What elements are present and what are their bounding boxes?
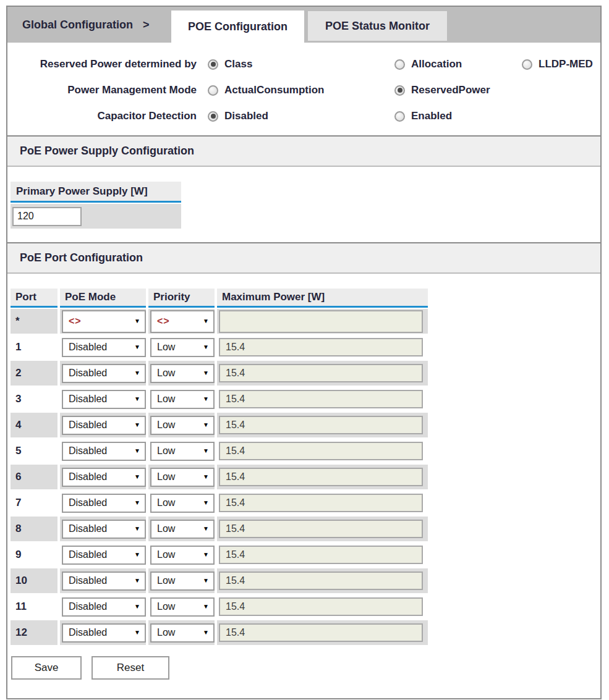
port-number: 8 — [11, 517, 57, 541]
radio-option-disabled[interactable]: Disabled — [197, 110, 383, 122]
radio-button-icon[interactable] — [394, 85, 405, 96]
column-header-poe-mode: PoE Mode — [60, 289, 146, 308]
radio-button-icon[interactable] — [522, 59, 532, 70]
tab-poe-configuration[interactable]: POE Configuration — [171, 11, 304, 43]
poe-mode-select-value: Disabled — [69, 627, 107, 638]
max-power-input[interactable] — [219, 364, 423, 382]
dropdown-arrow-icon: ▼ — [134, 448, 140, 454]
breadcrumb-global-configuration[interactable]: Global Configuration — [22, 19, 133, 32]
radio-group-label: Power Management Mode — [7, 84, 197, 96]
poe-port-table: Port PoE Mode Priority Maximum Power [W]… — [8, 287, 430, 646]
port-row-all: *<>▼<>▼ — [11, 309, 428, 334]
poe-mode-select[interactable]: Disabled▼ — [62, 623, 146, 643]
poe-mode-select-value: Disabled — [69, 420, 107, 431]
dropdown-arrow-icon: ▼ — [203, 552, 209, 558]
dropdown-arrow-icon: ▼ — [203, 344, 209, 350]
max-power-input[interactable] — [219, 338, 423, 356]
radio-button-icon[interactable] — [208, 85, 218, 96]
priority-select[interactable]: <>▼ — [150, 310, 215, 333]
power-supply-table: Primary Power Supply [W] — [7, 167, 600, 242]
column-header-port: Port — [11, 289, 57, 308]
priority-select[interactable]: Low▼ — [150, 416, 215, 435]
port-row-7: 7Disabled▼Low▼ — [11, 491, 428, 515]
reset-button[interactable]: Reset — [92, 656, 169, 680]
poe-mode-select[interactable]: Disabled▼ — [62, 442, 146, 461]
priority-select[interactable]: Low▼ — [150, 546, 215, 565]
port-number: * — [11, 309, 57, 334]
poe-mode-select[interactable]: Disabled▼ — [62, 338, 146, 357]
priority-select-value: Low — [157, 601, 175, 612]
radio-button-icon[interactable] — [208, 111, 218, 122]
poe-mode-select-value: <> — [69, 316, 82, 327]
max-power-input[interactable] — [219, 494, 423, 512]
radio-option-class[interactable]: Class — [197, 58, 383, 70]
priority-select[interactable]: Low▼ — [150, 623, 215, 643]
radio-button-icon[interactable] — [394, 111, 405, 122]
max-power-input[interactable] — [219, 416, 423, 434]
max-power-input[interactable] — [219, 442, 423, 460]
port-number: 9 — [11, 542, 57, 567]
poe-mode-select-value: Disabled — [69, 368, 107, 379]
radio-group-capacitor-detection: Capacitor DetectionDisabledEnabled — [7, 103, 600, 129]
dropdown-arrow-icon: ▼ — [203, 526, 209, 532]
radio-option-allocation[interactable]: Allocation — [383, 58, 511, 70]
poe-mode-select[interactable]: Disabled▼ — [62, 416, 146, 435]
radio-button-icon[interactable] — [208, 59, 218, 70]
radio-option-enabled[interactable]: Enabled — [383, 110, 511, 122]
dropdown-arrow-icon: ▼ — [134, 526, 140, 532]
save-button[interactable]: Save — [11, 656, 82, 680]
priority-select[interactable]: Low▼ — [150, 520, 215, 539]
port-number: 12 — [11, 620, 57, 645]
priority-select-value: Low — [157, 497, 175, 508]
poe-mode-select-value: Disabled — [69, 575, 107, 586]
primary-power-supply-input[interactable] — [12, 207, 82, 226]
max-power-input[interactable] — [219, 520, 423, 538]
poe-mode-select[interactable]: Disabled▼ — [62, 468, 146, 487]
poe-mode-select[interactable]: Disabled▼ — [62, 597, 146, 617]
port-number: 11 — [11, 594, 57, 619]
poe-mode-select[interactable]: Disabled▼ — [62, 364, 146, 383]
port-number: 7 — [11, 491, 57, 515]
poe-mode-select-value: Disabled — [69, 549, 107, 560]
max-power-input[interactable] — [219, 390, 423, 408]
priority-select[interactable]: Low▼ — [150, 494, 215, 513]
max-power-input[interactable] — [219, 571, 423, 590]
poe-mode-select[interactable]: Disabled▼ — [62, 390, 146, 409]
max-power-input[interactable] — [219, 546, 423, 564]
port-table-header-row: Port PoE Mode Priority Maximum Power [W] — [11, 289, 428, 308]
poe-mode-select[interactable]: Disabled▼ — [62, 520, 146, 539]
dropdown-arrow-icon: ▼ — [203, 396, 209, 402]
radio-group-label: Capacitor Detection — [7, 110, 197, 122]
dropdown-arrow-icon: ▼ — [203, 604, 209, 610]
max-power-input[interactable] — [219, 310, 423, 333]
poe-mode-select[interactable]: <>▼ — [62, 310, 146, 333]
max-power-input[interactable] — [219, 623, 423, 642]
tab-poe-status-monitor[interactable]: POE Status Monitor — [308, 11, 447, 41]
priority-select-value: Low — [157, 368, 175, 379]
max-power-input[interactable] — [219, 597, 423, 616]
radio-option-lldp-med[interactable]: LLDP-MED — [511, 58, 600, 70]
port-number: 3 — [11, 387, 57, 411]
port-row-2: 2Disabled▼Low▼ — [11, 361, 428, 386]
tab-bar: Global Configuration > POE Configuration… — [7, 7, 600, 43]
priority-select[interactable]: Low▼ — [150, 390, 215, 409]
priority-select[interactable]: Low▼ — [150, 597, 215, 617]
priority-select[interactable]: Low▼ — [150, 338, 215, 357]
poe-mode-select[interactable]: Disabled▼ — [62, 494, 146, 513]
section-header-power-supply: PoE Power Supply Configuration — [7, 135, 600, 167]
radio-option-reservedpower[interactable]: ReservedPower — [383, 84, 511, 96]
radio-option-actualconsumption[interactable]: ActualConsumption — [197, 84, 383, 96]
max-power-input[interactable] — [219, 468, 423, 486]
priority-select-value: Low — [157, 523, 175, 534]
port-number: 6 — [11, 465, 57, 489]
poe-mode-select[interactable]: Disabled▼ — [62, 571, 146, 591]
radio-option-label: LLDP-MED — [539, 58, 593, 70]
radio-button-icon[interactable] — [394, 59, 405, 70]
priority-select[interactable]: Low▼ — [150, 442, 215, 461]
priority-select-value: Low — [157, 342, 175, 353]
dropdown-arrow-icon: ▼ — [134, 630, 140, 636]
priority-select[interactable]: Low▼ — [150, 364, 215, 383]
priority-select[interactable]: Low▼ — [150, 571, 215, 591]
priority-select[interactable]: Low▼ — [150, 468, 215, 487]
poe-mode-select[interactable]: Disabled▼ — [62, 546, 146, 565]
